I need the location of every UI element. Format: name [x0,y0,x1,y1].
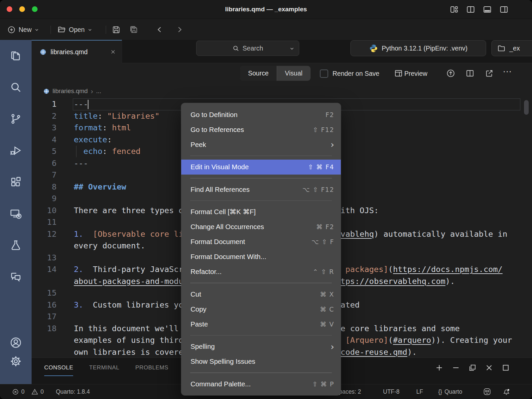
menu-item-label: Format Document [191,238,312,246]
source-mode-button[interactable]: Source [240,66,277,81]
menu-item-shortcut: ⇧ ⌘ F4 [308,163,334,171]
menu-item-label: Go to References [191,126,313,134]
more-actions-icon[interactable]: ⋯ [503,66,512,77]
menu-item-format-document[interactable]: Format Document⌥ ⇧ F [181,234,341,249]
chevron-right-icon [176,26,184,34]
explorer-icon[interactable] [10,50,22,62]
save-button[interactable] [112,22,121,37]
feedback-smiley-icon[interactable] [483,384,491,399]
menu-item-shortcut: ⌘ F2 [316,223,334,230]
language-mode[interactable]: {} Quarto [438,384,462,399]
toggle-bottom-panel-icon[interactable] [483,5,492,14]
editor-scrollbar[interactable] [524,100,529,115]
menu-item-label: Change All Occurrences [191,223,316,231]
python-logo-icon [369,44,378,53]
customize-layout-icon[interactable] [450,5,459,14]
problems-summary[interactable]: 0 0 [12,384,44,399]
code-text: ## Overview [74,181,126,193]
open-button[interactable]: Open [57,22,92,37]
settings-icon[interactable] [10,355,22,367]
navigate-forward-button[interactable] [176,22,184,37]
menu-item-format-cell-k-f[interactable]: Format Cell [⌘K ⌘F] [181,204,341,219]
chat-icon[interactable] [10,271,22,283]
menu-item-peek[interactable]: Peek› [181,137,341,152]
menu-item-shortcut: ⌘ V [320,321,334,328]
panel-tab-problems[interactable]: PROBLEMS [135,358,168,378]
menu-item-shortcut: ⇧ F12 [313,126,334,133]
menu-item-label: Copy [191,305,320,313]
code-text: every document. [74,240,145,252]
close-panel-icon[interactable] [485,363,493,372]
tab-libraries-qmd[interactable]: libraries.qmd [32,40,122,63]
open-in-new-window-icon[interactable] [485,69,494,78]
render-on-save-checkbox[interactable] [320,69,328,78]
account-icon[interactable] [10,336,22,349]
chevron-down-icon[interactable] [290,46,294,51]
quarto-file-icon [40,49,47,56]
split-editor-icon[interactable] [466,69,474,78]
debug-icon[interactable] [10,144,22,157]
menu-item-cut[interactable]: Cut⌘ X [181,287,341,302]
new-button[interactable]: New [7,22,39,37]
breadcrumb[interactable]: libraries.qmd › ... [43,84,101,98]
workspace-selector[interactable]: _ex [491,40,532,56]
navigate-back-button[interactable] [156,22,164,37]
braces-icon: {} [438,384,442,399]
menu-item-shortcut: ⌥ ⇧ F [312,238,334,245]
menu-item-go-to-definition[interactable]: Go to DefinitionF2 [181,107,341,122]
preview-icon[interactable] [394,69,403,78]
menu-item-refactor[interactable]: Refactor...⌃ ⇧ R [181,264,341,279]
maximize-panel-icon[interactable] [501,363,510,372]
menu-item-command-palette[interactable]: Command Palette...⇧ ⌘ P [181,376,341,391]
submenu-chevron-icon: › [331,140,334,149]
menu-item-shortcut: ⇧ ⌘ P [312,380,334,388]
menu-item-shortcut: ⌃ ⇧ R [313,268,334,275]
menu-item-go-to-references[interactable]: Go to References⇧ F12 [181,122,341,137]
source-control-icon[interactable] [10,113,22,125]
notifications-bell-icon[interactable] [502,384,511,399]
menu-item-edit-in-visual-mode[interactable]: Edit in Visual Mode⇧ ⌘ F4 [181,160,341,175]
preview-label[interactable]: Preview [404,66,427,80]
split-window-icon[interactable] [466,5,475,14]
search-input[interactable]: Search [196,41,299,56]
menu-item-shortcut: F2 [326,111,334,118]
search-icon[interactable] [10,81,22,93]
menu-item-find-all-references[interactable]: Find All References⌥ ⇧ F12 [181,182,341,197]
menu-item-change-all-occurrences[interactable]: Change All Occurrences⌘ F2 [181,219,341,234]
render-document-icon[interactable] [446,69,455,78]
close-tab-icon[interactable] [110,49,116,55]
error-icon [12,388,19,395]
extensions-icon[interactable] [10,176,22,188]
menu-item-show-spelling-issues[interactable]: Show Spelling Issues [181,354,341,369]
encoding-setting[interactable]: UTF-8 [383,384,400,399]
save-all-button[interactable] [129,22,138,37]
menu-item-spelling[interactable]: Spelling› [181,339,341,354]
menu-item-paste[interactable]: Paste⌘ V [181,317,341,332]
activity-bar [0,40,32,384]
top-action-bar: New Open Search [0,19,532,40]
quarto-version[interactable]: Quarto: 1.8.4 [56,384,90,399]
toggle-right-panel-icon[interactable] [499,5,508,14]
menu-item-label: Find All References [191,186,303,194]
new-console-icon[interactable] [435,363,444,372]
breadcrumb-more[interactable]: ... [96,87,101,95]
menu-item-label: Peek [191,141,331,149]
code-text: execute: [74,134,112,146]
testing-icon[interactable] [10,239,22,251]
eol-setting[interactable]: LF [416,384,423,399]
menu-item-label: Format Document With... [191,253,334,261]
title-bar: libraries.qmd — _examples [0,0,532,19]
menu-item-label: Edit in Visual Mode [191,163,308,171]
visual-mode-button[interactable]: Visual [277,66,311,81]
menu-item-format-document-with[interactable]: Format Document With... [181,249,341,264]
interpreter-selector[interactable]: Python 3.12.1 (PipEnv: .venv) [350,40,486,56]
toolbar-divider [106,26,106,34]
remote-icon[interactable] [10,207,22,220]
breadcrumb-file[interactable]: libraries.qmd [53,87,88,95]
code-text: format: html [74,122,131,134]
panel-tab-terminal[interactable]: TERMINAL [89,358,119,378]
minimize-panel-icon[interactable] [452,363,460,372]
panel-tab-console[interactable]: CONSOLE [44,358,73,378]
restore-panel-icon[interactable] [468,363,477,372]
menu-item-copy[interactable]: Copy⌘ C [181,302,341,317]
